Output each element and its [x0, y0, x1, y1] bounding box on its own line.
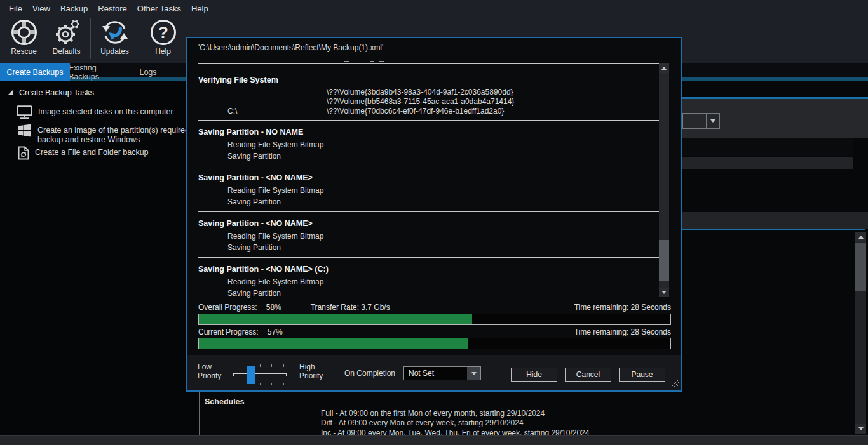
log-row: Saving Partition: [198, 288, 660, 298]
slider-ticks: [236, 383, 284, 385]
hide-button[interactable]: Hide: [511, 368, 557, 382]
defaults-label: Defaults: [52, 47, 80, 56]
log-row: Saving Partition: [198, 242, 660, 253]
rescue-button[interactable]: Rescue: [3, 17, 45, 56]
tree-header-label: Create Backup Tasks: [19, 88, 94, 97]
windows-icon: [17, 124, 32, 145]
slider-thumb[interactable]: [247, 366, 255, 384]
rescue-label: Rescue: [11, 47, 37, 56]
cancel-button[interactable]: Cancel: [565, 368, 611, 382]
log-row: Reading File System Bitmap: [198, 230, 660, 242]
log-row: Reading File System Bitmap: [198, 185, 660, 196]
on-completion-dropdown[interactable]: Not Set: [403, 366, 481, 380]
menu-bar: File View Backup Restore Other Tasks Hel…: [0, 0, 868, 17]
transfer-rate: Transfer Rate: 3.7 Gb/s: [311, 303, 390, 312]
log-section-heading: Saving Partition - <NO NAME>: [198, 173, 660, 183]
combobox-value: [683, 114, 706, 128]
svg-text:?: ?: [158, 23, 168, 42]
log-section-heading: Saving Partition - <NO NAME>: [198, 218, 660, 229]
dialog-controls: Low Priority High Priority On Completion…: [187, 355, 681, 390]
question-mark-icon: ?: [149, 18, 177, 46]
chevron-down-icon: [706, 114, 719, 128]
task-label: Create a File and Folder backup: [35, 146, 149, 163]
create-backup-tasks-header[interactable]: Create Backup Tasks: [8, 88, 94, 97]
toolbar-separator: [139, 18, 139, 59]
log-row: C:\ \??\Volume{70dbc6c4-ef0f-47df-946e-b…: [198, 107, 660, 116]
backup-progress-dialog: 'C:\Users\admin\Documents\Reflect\My Bac…: [186, 37, 682, 392]
sync-arrows-icon: [101, 18, 129, 46]
task-file-folder-backup[interactable]: Create a File and Folder backup: [18, 146, 149, 163]
background-combobox[interactable]: [682, 113, 720, 129]
menu-help[interactable]: Help: [191, 4, 208, 13]
overall-progress-row: Overall Progress: 58% Transfer Rate: 3.7…: [198, 303, 671, 312]
dropdown-value: Not Set: [404, 369, 467, 378]
task-label: Create an image of the partition(s) requ…: [37, 124, 198, 145]
updates-button[interactable]: Updates: [93, 17, 136, 56]
task-image-windows-partitions[interactable]: Create an image of the partition(s) requ…: [17, 124, 198, 145]
resize-grip[interactable]: [672, 380, 679, 389]
dialog-title: 'C:\Users\admin\Documents\Reflect\My Bac…: [198, 43, 383, 52]
toolbar-separator: [90, 18, 91, 59]
macrium-reflect-window: File View Backup Restore Other Tasks Hel…: [0, 0, 868, 445]
collapse-triangle-icon: [8, 88, 13, 97]
on-completion-label: On Completion: [344, 369, 395, 378]
scrollbar-thumb[interactable]: [855, 243, 866, 291]
log-row: Saving Partition: [198, 196, 660, 208]
log-section-saving-1: Saving Partition - NO NAME Reading File …: [198, 120, 660, 166]
schedule-line-diff: Diff - At 09:00 every Mon of every week,…: [321, 418, 589, 428]
status-bar: [0, 435, 868, 445]
log-row: Reading File System Bitmap: [198, 139, 660, 150]
schedule-list: Full - At 09:00 on the first Mon of ever…: [321, 409, 589, 438]
log-section-heading: Saving Partition - NO NAME: [198, 127, 660, 137]
scroll-down-icon[interactable]: [855, 424, 866, 434]
log-section-saving-2: Saving Partition - <NO NAME> Reading Fil…: [198, 166, 660, 211]
tab-logs[interactable]: Logs: [134, 63, 162, 81]
pause-button[interactable]: Pause: [619, 368, 665, 382]
background-scrollbar[interactable]: [855, 232, 866, 434]
overall-progress-bar: [198, 314, 671, 325]
log-row: Saving Partition: [198, 150, 660, 162]
create-backup-tasks-panel: Create Backup Tasks Image selected disks…: [0, 81, 199, 435]
menu-restore[interactable]: Restore: [98, 4, 127, 13]
scroll-down-icon[interactable]: [659, 288, 669, 297]
log-scrollbar[interactable]: [659, 63, 669, 297]
monitor-icon: [17, 105, 32, 122]
low-priority-label: Low Priority: [198, 362, 221, 380]
menu-other-tasks[interactable]: Other Tasks: [137, 4, 181, 13]
overall-progress-value: 58%: [266, 303, 281, 312]
current-progress-fill: [199, 338, 468, 349]
log-section-saving-4: Saving Partition - <NO NAME> (C:) Readin…: [198, 257, 660, 298]
high-priority-label: High Priority: [299, 362, 323, 380]
scroll-up-icon[interactable]: [855, 232, 866, 242]
tab-existing-backups[interactable]: Existing Backups: [69, 63, 127, 81]
file-folder-backup-icon: [18, 146, 29, 163]
current-progress-bar: [198, 338, 671, 349]
menu-file[interactable]: File: [9, 4, 22, 13]
current-progress-row: Current Progress: 57% Time remaining: 28…: [198, 328, 671, 336]
priority-slider[interactable]: [233, 364, 287, 386]
log-section-heading: Verifying File System: [198, 75, 660, 85]
gear-icon: [53, 18, 81, 46]
task-image-selected-disks[interactable]: Image selected disks on this computer: [17, 105, 173, 122]
schedule-line-full: Full - At 09:00 on the first Mon of ever…: [321, 409, 589, 418]
defaults-button[interactable]: Defaults: [45, 17, 88, 56]
log-row: \??\Volume{bb5468a3-7115-45ac-aca1-a0dab…: [198, 97, 660, 107]
slider-track[interactable]: [233, 373, 287, 376]
menu-view[interactable]: View: [32, 4, 50, 13]
log-row: Reading File System Bitmap: [198, 276, 660, 288]
help-label: Help: [155, 47, 171, 56]
task-label: Image selected disks on this computer: [38, 105, 173, 122]
log-section-verify: Verifying File System \??\Volume{3bda9b4…: [198, 63, 660, 120]
current-time-remaining: Time remaining: 28 Seconds: [574, 328, 671, 336]
tab-create-backups[interactable]: Create Backups: [0, 63, 70, 81]
scroll-up-icon[interactable]: [659, 63, 669, 73]
scrollbar-thumb[interactable]: [659, 240, 669, 281]
log-section-saving-3: Saving Partition - <NO NAME> Reading Fil…: [198, 211, 660, 257]
current-progress-value: 57%: [268, 328, 283, 336]
clipped-log-line: [198, 56, 660, 63]
menu-backup[interactable]: Backup: [60, 4, 88, 13]
log-row: \??\Volume{3bda9b43-98a3-404d-9af1-2c036…: [198, 88, 660, 97]
backup-log: Verifying File System \??\Volume{3bda9b4…: [198, 56, 660, 298]
help-button[interactable]: ? Help: [142, 17, 184, 56]
overall-progress-label: Overall Progress:: [198, 303, 257, 312]
